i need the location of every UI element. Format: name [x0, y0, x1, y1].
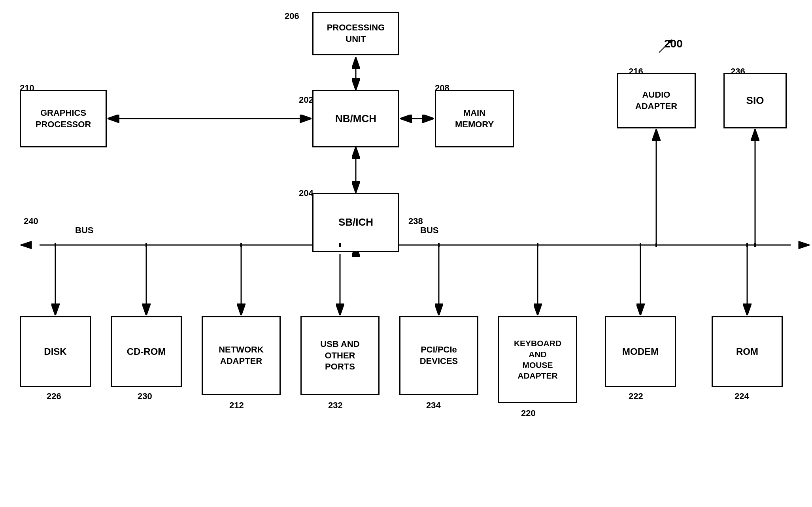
- audio-adapter-box: AUDIOADAPTER: [617, 73, 696, 128]
- ref-234: 234: [426, 400, 441, 411]
- architecture-diagram: PROCESSINGUNIT NB/MCH GRAPHICSPROCESSOR …: [0, 0, 812, 507]
- ref-220: 220: [521, 408, 536, 418]
- ref-200-arrow: [657, 38, 673, 53]
- main-memory-box: MAINMEMORY: [435, 90, 514, 147]
- ref-238: 238: [408, 216, 423, 226]
- bus-label-right: BUS: [420, 225, 438, 236]
- ref-216: 216: [629, 66, 643, 77]
- ref-222: 222: [629, 391, 643, 401]
- bus-label-left: BUS: [75, 225, 93, 236]
- ref-240: 240: [24, 216, 38, 226]
- ref-212: 212: [229, 400, 244, 411]
- svg-marker-7: [20, 241, 32, 249]
- sio-box: SIO: [723, 73, 787, 128]
- ref-208: 208: [435, 83, 449, 93]
- ref-204: 204: [299, 188, 313, 198]
- processing-unit-box: PROCESSINGUNIT: [312, 12, 399, 55]
- disk-box: DISK: [20, 316, 91, 387]
- ref-202: 202: [299, 95, 313, 105]
- ref-210: 210: [20, 83, 34, 93]
- sb-ich-box: SB/ICH: [312, 193, 399, 252]
- ref-232: 232: [328, 400, 343, 411]
- pci-devices-box: PCI/PCIeDEVICES: [399, 316, 478, 395]
- graphics-processor-box: GRAPHICSPROCESSOR: [20, 90, 107, 147]
- network-adapter-box: NETWORKADAPTER: [202, 316, 281, 395]
- usb-ports-box: USB ANDOTHERPORTS: [300, 316, 380, 395]
- nb-mch-box: NB/MCH: [312, 90, 399, 147]
- ref-224: 224: [735, 391, 749, 401]
- modem-box: MODEM: [605, 316, 676, 387]
- ref-236: 236: [731, 66, 745, 77]
- ref-230: 230: [138, 391, 152, 401]
- rom-box: ROM: [712, 316, 783, 387]
- cd-rom-box: CD-ROM: [111, 316, 182, 387]
- keyboard-mouse-box: KEYBOARDANDMOUSEADAPTER: [498, 316, 577, 403]
- ref-206: 206: [285, 11, 311, 21]
- svg-marker-8: [799, 241, 810, 249]
- ref-226: 226: [47, 391, 61, 401]
